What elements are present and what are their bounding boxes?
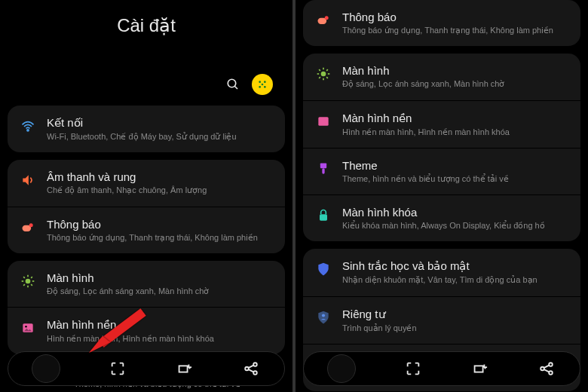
screenshot-toolbar xyxy=(303,351,580,386)
person-shield-icon xyxy=(315,309,332,326)
settings-group: Màn hình Độ sáng, Lọc ánh sáng xanh, Màn… xyxy=(8,261,285,355)
svg-line-16 xyxy=(31,284,32,286)
settings-row-privacy[interactable]: Riêng tư Trình quản lý quyền xyxy=(303,297,580,345)
row-subtitle: Hình nền màn hình, Hình nền màn hình khó… xyxy=(47,333,273,344)
image-icon xyxy=(20,320,36,336)
row-title: Màn hình nền xyxy=(47,318,273,332)
svg-point-0 xyxy=(228,79,236,87)
svg-line-26 xyxy=(248,369,253,372)
svg-point-2 xyxy=(259,81,261,83)
row-subtitle: Kiểu khóa màn hình, Always On Display, K… xyxy=(342,220,568,231)
svg-point-3 xyxy=(264,81,266,83)
svg-point-6 xyxy=(262,84,264,86)
crop-icon[interactable] xyxy=(403,359,423,378)
row-title: Kết nối xyxy=(47,116,273,130)
svg-point-42 xyxy=(322,314,325,317)
settings-group: Kết nối Wi-Fi, Bluetooth, Chế độ Máy bay… xyxy=(8,106,285,152)
svg-line-18 xyxy=(31,277,32,278)
svg-line-35 xyxy=(326,77,328,78)
settings-group: Thông báo Thông báo ứng dụng, Thanh trạn… xyxy=(303,0,580,46)
row-subtitle: Trình quản lý quyền xyxy=(342,323,568,333)
settings-row-wallpaper[interactable]: Màn hình nền Hình nền màn hình, Hình nền… xyxy=(303,101,580,149)
settings-row-wallpaper[interactable]: Màn hình nền Hình nền màn hình, Hình nền… xyxy=(8,308,285,354)
svg-point-10 xyxy=(26,279,31,284)
row-subtitle: Độ sáng, Lọc ánh sáng xanh, Màn hình chờ xyxy=(47,286,273,296)
edit-icon[interactable] xyxy=(174,359,194,378)
row-title: Thông báo xyxy=(342,11,568,23)
screenshot-thumbnail[interactable] xyxy=(327,354,356,383)
settings-group: Màn hình Độ sáng, Lọc ánh sáng xanh, Màn… xyxy=(303,54,580,241)
svg-rect-41 xyxy=(320,215,327,221)
svg-point-7 xyxy=(27,130,29,131)
page-title: Cài đặt xyxy=(0,15,292,36)
row-title: Màn hình xyxy=(47,271,273,284)
settings-row-connections[interactable]: Kết nối Wi-Fi, Bluetooth, Chế độ Máy bay… xyxy=(8,106,285,152)
svg-line-37 xyxy=(326,69,328,71)
row-subtitle: Thông báo ứng dụng, Thanh trạng thái, Kh… xyxy=(47,232,273,243)
settings-row-display[interactable]: Màn hình Độ sáng, Lọc ánh sáng xanh, Màn… xyxy=(8,261,285,308)
svg-line-34 xyxy=(319,69,320,71)
svg-point-28 xyxy=(325,16,329,20)
row-subtitle: Chế độ âm thanh, Nhạc chuông, Âm lượng xyxy=(47,185,273,195)
svg-line-15 xyxy=(23,277,25,278)
sun-icon xyxy=(20,273,36,289)
row-title: Màn hình khóa xyxy=(342,206,568,219)
shield-icon xyxy=(315,261,332,277)
screenshot-thumbnail[interactable] xyxy=(32,354,60,383)
svg-rect-38 xyxy=(318,117,328,126)
lock-icon xyxy=(315,207,332,224)
row-subtitle: Hình nền màn hình, Hình nền màn hình khó… xyxy=(342,127,568,137)
row-subtitle: Nhận diện khuôn mặt, Vân tay, Tìm di độn… xyxy=(342,274,568,285)
settings-pane-right: Thông báo Thông báo ứng dụng, Thanh trạn… xyxy=(296,0,588,392)
row-subtitle: Độ sáng, Lọc ánh sáng xanh, Màn hình chờ xyxy=(342,78,568,89)
share-icon[interactable] xyxy=(537,359,556,378)
wifi-icon xyxy=(20,118,36,134)
row-title: Riêng tư xyxy=(342,308,568,321)
row-subtitle: Thông báo ứng dụng, Thanh trạng thái, Kh… xyxy=(342,25,568,35)
crop-icon[interactable] xyxy=(108,359,127,378)
row-title: Âm thanh và rung xyxy=(47,170,273,183)
row-title: Theme xyxy=(342,159,568,172)
svg-line-48 xyxy=(544,365,549,368)
image-icon xyxy=(315,113,332,130)
bell-icon xyxy=(20,219,36,236)
sun-icon xyxy=(315,66,332,82)
settings-row-display[interactable]: Màn hình Độ sáng, Lọc ánh sáng xanh, Màn… xyxy=(303,54,580,100)
svg-point-5 xyxy=(264,86,266,88)
svg-point-9 xyxy=(29,223,33,227)
settings-pane-left: Cài đặt Kết nối Wi-Fi, Bluetooth, Chế độ… xyxy=(0,0,292,392)
settings-group: Âm thanh và rung Chế độ âm thanh, Nhạc c… xyxy=(8,160,285,253)
row-title: Màn hình nền xyxy=(342,112,568,125)
search-icon[interactable] xyxy=(225,76,241,93)
share-icon[interactable] xyxy=(241,359,261,378)
settings-row-theme[interactable]: Theme Theme, hình nền và biểu tượng có t… xyxy=(303,149,580,195)
settings-row-biometrics[interactable]: Sinh trắc học và bảo mật Nhận diện khuôn… xyxy=(303,249,580,296)
edit-icon[interactable] xyxy=(470,359,489,378)
row-title: Thông báo xyxy=(47,218,273,231)
svg-line-36 xyxy=(319,77,320,78)
svg-rect-39 xyxy=(320,163,326,168)
row-subtitle: Theme, hình nền và biểu tượng có thể tải… xyxy=(342,173,568,184)
svg-point-4 xyxy=(259,86,261,88)
svg-rect-44 xyxy=(475,366,483,372)
sound-icon xyxy=(20,172,36,188)
svg-line-49 xyxy=(544,369,549,372)
svg-rect-40 xyxy=(322,168,324,174)
row-title: Sinh trắc học và bảo mật xyxy=(342,259,568,273)
svg-line-25 xyxy=(248,365,253,368)
profile-avatar[interactable] xyxy=(252,74,273,95)
header-actions xyxy=(0,44,292,106)
settings-row-lockscreen[interactable]: Màn hình khóa Kiểu khóa màn hình, Always… xyxy=(303,195,580,241)
brush-icon xyxy=(315,161,332,177)
svg-point-20 xyxy=(25,326,27,328)
screenshot-toolbar xyxy=(8,351,285,386)
settings-row-notifications[interactable]: Thông báo Thông báo ứng dụng, Thanh trạn… xyxy=(303,0,580,46)
row-subtitle: Wi-Fi, Bluetooth, Chế độ Máy bay, Sử dụn… xyxy=(47,131,273,142)
settings-row-sound[interactable]: Âm thanh và rung Chế độ âm thanh, Nhạc c… xyxy=(8,160,285,207)
page-header: Cài đặt xyxy=(0,0,292,44)
svg-rect-21 xyxy=(179,366,188,372)
settings-row-notifications[interactable]: Thông báo Thông báo ứng dụng, Thanh trạn… xyxy=(8,207,285,253)
row-title: Màn hình xyxy=(342,64,568,77)
svg-point-29 xyxy=(321,72,326,77)
svg-line-17 xyxy=(23,284,25,286)
